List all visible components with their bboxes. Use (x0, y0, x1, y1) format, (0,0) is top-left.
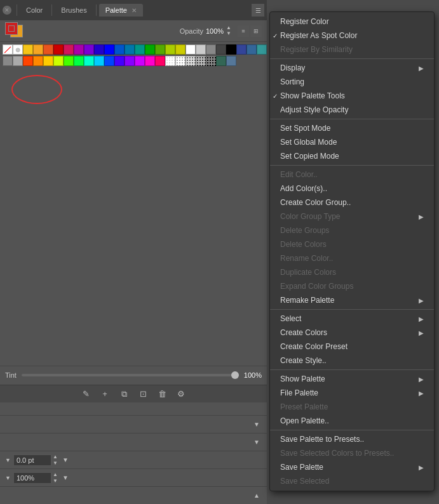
menu-register-color[interactable]: Register Color (270, 15, 434, 29)
menu-save-palette[interactable]: Save Palette ▶ (270, 460, 434, 474)
swatch-dot-4[interactable] (196, 56, 206, 66)
menu-set-spot-mode[interactable]: Set Spot Mode (270, 121, 434, 135)
swatch-gray-r2-1[interactable] (3, 56, 13, 66)
collapse-button-5[interactable]: ▲ (252, 491, 262, 501)
swatch-orange-1[interactable] (33, 44, 43, 55)
panel-close-button[interactable]: ✕ (3, 6, 11, 15)
opacity-input-stepper[interactable]: ▲ ▼ (53, 472, 58, 484)
swatch-steel-blue[interactable] (226, 56, 236, 66)
row4-dropdown[interactable]: ▼ (5, 475, 11, 481)
menu-show-palette-tools[interactable]: ✓ Show Palette Tools (270, 89, 434, 103)
menu-set-global-mode[interactable]: Set Global Mode (270, 135, 434, 149)
swatch-blue-2[interactable] (114, 44, 125, 55)
swatch-dot-5[interactable] (206, 56, 216, 66)
duplicate-swatch-button[interactable]: ⧉ (117, 387, 131, 401)
swatch-cyan-1[interactable] (125, 44, 135, 55)
swatch-red-1[interactable] (53, 44, 64, 55)
swatch-magenta[interactable] (135, 56, 145, 66)
swatch-gray[interactable] (206, 44, 216, 55)
swatch-green-2[interactable] (155, 44, 165, 55)
swatch-green-1[interactable] (145, 44, 155, 55)
swatch-gray-r2-2[interactable] (13, 56, 23, 66)
delete-swatch-button[interactable]: 🗑 (155, 387, 169, 401)
swatch-yellow-2[interactable] (175, 44, 186, 55)
swatch-violet[interactable] (84, 44, 94, 55)
swatch-dot-3[interactable] (186, 56, 196, 66)
swatch-white[interactable] (186, 44, 196, 55)
swatch-indigo[interactable] (94, 44, 104, 55)
swatch-blue-violet[interactable] (114, 56, 125, 66)
swatch-bright-blue[interactable] (104, 56, 114, 66)
swatch-dot-1[interactable] (165, 56, 175, 66)
opacity-input-down[interactable]: ▼ (53, 478, 58, 484)
row3-dropdown[interactable]: ▼ (5, 457, 11, 463)
collapse-button-2[interactable]: ▼ (252, 437, 262, 448)
menu-create-color-group[interactable]: Create Color Group.. (270, 196, 434, 209)
menu-display[interactable]: Display ▶ (270, 61, 434, 75)
tint-slider-thumb[interactable] (231, 371, 239, 379)
menu-show-palette[interactable]: Show Palette ▶ (270, 372, 434, 386)
swatch-yellow-green[interactable] (165, 44, 175, 55)
swatch-red-orange[interactable] (43, 44, 53, 55)
menu-save-palette-presets[interactable]: Save Palette to Presets.. (270, 432, 434, 446)
swatch-orange-r2[interactable] (23, 56, 33, 66)
add-swatch-button[interactable]: + (98, 387, 112, 401)
menu-create-style[interactable]: Create Style.. (270, 354, 434, 368)
new-swatch-button[interactable]: ✎ (79, 387, 93, 401)
swatch-purple-1[interactable] (74, 44, 84, 55)
tab-brushes[interactable]: Brushes (55, 4, 93, 17)
tab-color[interactable]: Color (20, 4, 49, 17)
collapse-button-1[interactable]: ▼ (252, 420, 262, 430)
swatch-lime[interactable] (53, 56, 64, 66)
swatch-amber[interactable] (33, 56, 43, 66)
settings-swatch-button[interactable]: ⚙ (174, 387, 188, 401)
swatch-dark-blue[interactable] (236, 44, 247, 55)
panel-menu-button[interactable]: ☰ (252, 4, 264, 17)
palette-tab-close[interactable]: ✕ (132, 7, 137, 14)
swatch-purple-r2[interactable] (125, 56, 135, 66)
opacity-stepper[interactable]: ▲ ▼ (226, 25, 231, 36)
swatch-rose[interactable] (155, 56, 165, 66)
opacity-down-arrow[interactable]: ▼ (226, 31, 231, 36)
swatch-none[interactable] (3, 44, 13, 55)
opacity-input[interactable] (13, 472, 51, 484)
grid-view-button[interactable]: ⊞ (250, 25, 262, 37)
color-squares[interactable] (5, 22, 29, 40)
swatch-blue-1[interactable] (104, 44, 114, 55)
menu-set-copied-mode[interactable]: Set Copied Mode (270, 149, 434, 163)
swatch-slate-blue[interactable] (247, 44, 257, 55)
collapse-button-3[interactable]: ▼ (60, 455, 71, 465)
swatch-gold[interactable] (43, 56, 53, 66)
swatch-dot-2[interactable] (175, 56, 186, 66)
menu-adjust-style-opacity[interactable]: Adjust Style Opacity (270, 103, 434, 117)
swatch-slate-teal[interactable] (257, 44, 267, 55)
menu-create-colors[interactable]: Create Colors ▶ (270, 326, 434, 340)
swatch-dark-gray[interactable] (216, 44, 226, 55)
opacity-up-arrow[interactable]: ▲ (226, 25, 231, 30)
stroke-down[interactable]: ▼ (53, 460, 58, 467)
menu-remake-palette[interactable]: Remake Palette ▶ (270, 293, 434, 307)
swatch-yellow-1[interactable] (23, 44, 33, 55)
swatch-bright-green[interactable] (64, 56, 74, 66)
stroke-stepper[interactable]: ▲ ▼ (53, 454, 58, 466)
swatch-aqua[interactable] (84, 56, 94, 66)
swatch-forest[interactable] (216, 56, 226, 66)
list-view-button[interactable]: ≡ (238, 25, 249, 37)
menu-register-spot[interactable]: ✓ Register As Spot Color (270, 29, 434, 43)
tab-palette[interactable]: Palette ✕ (99, 4, 143, 17)
menu-sorting[interactable]: Sorting (270, 75, 434, 89)
swatch-target[interactable] (13, 44, 23, 55)
menu-file-palette[interactable]: File Palette ▶ (270, 386, 434, 400)
swatch-spring-green[interactable] (74, 56, 84, 66)
stroke-width-input[interactable] (13, 454, 51, 466)
opacity-input-up[interactable]: ▲ (53, 472, 58, 478)
menu-select[interactable]: Select ▶ (270, 312, 434, 326)
foreground-color-square[interactable] (5, 22, 18, 35)
stroke-up[interactable]: ▲ (53, 454, 58, 460)
swatch-teal[interactable] (135, 44, 145, 55)
split-swatch-button[interactable]: ⊡ (136, 387, 150, 401)
collapse-button-4[interactable]: ▼ (60, 473, 71, 483)
swatch-pink-1[interactable] (64, 44, 74, 55)
menu-add-colors[interactable]: Add Color(s).. (270, 182, 434, 196)
swatch-hot-pink[interactable] (145, 56, 155, 66)
